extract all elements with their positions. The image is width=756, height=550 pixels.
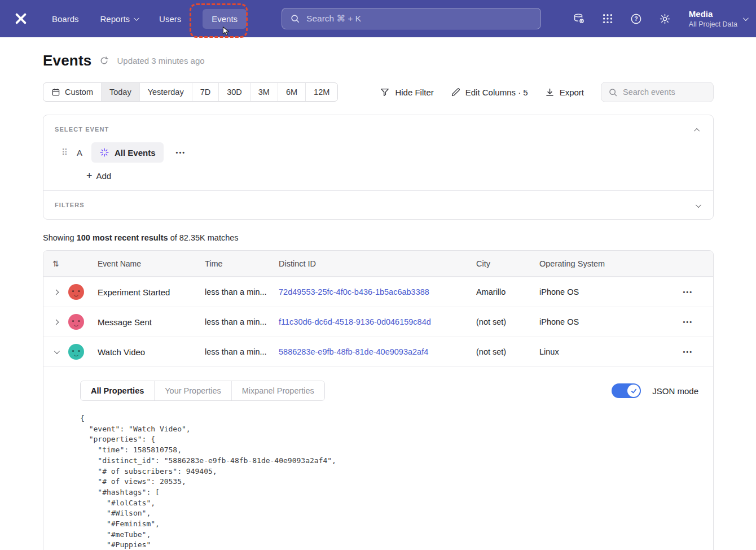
properties-tabs: All Properties Your Properties Mixpanel …	[80, 381, 325, 401]
date-range-6m[interactable]: 6M	[278, 83, 305, 101]
add-event-button[interactable]: + Add	[86, 171, 111, 181]
date-range-12m[interactable]: 12M	[305, 83, 337, 101]
help-icon[interactable]: ?	[630, 13, 642, 25]
column-header-distinct-id: Distinct ID	[279, 259, 476, 268]
event-selector-chip[interactable]: All Events	[91, 142, 164, 163]
chevron-right-icon[interactable]	[53, 289, 59, 295]
column-header-event-name: Event Name	[98, 259, 205, 268]
export-label: Export	[560, 88, 584, 97]
nav-item-users[interactable]: Users	[159, 14, 181, 24]
event-detail-panel: All Properties Your Properties Mixpanel …	[43, 366, 713, 550]
global-search[interactable]	[282, 8, 541, 29]
project-switcher[interactable]: Media All Project Data	[689, 8, 747, 29]
avatar	[68, 314, 84, 330]
distinct-id-link[interactable]: f11c30d6-dc6d-4518-9136-0d046159c84d	[279, 317, 431, 326]
calendar-icon	[51, 88, 60, 97]
results-prefix: Showing	[43, 233, 77, 242]
data-management-icon[interactable]	[573, 12, 585, 25]
chevron-up-icon	[694, 128, 700, 134]
date-range-custom[interactable]: Custom	[43, 83, 101, 101]
table-row[interactable]: Experiment Started less than a min... 72…	[43, 277, 713, 307]
cell-time: less than a min...	[205, 317, 279, 326]
refresh-icon[interactable]	[99, 56, 109, 66]
expand-filters-button[interactable]	[693, 199, 702, 211]
nav-right-cluster: ? Media All Project Data	[573, 8, 747, 29]
settings-gear-icon[interactable]	[659, 13, 671, 25]
tab-your-properties[interactable]: Your Properties	[154, 381, 231, 400]
table-row-expanded[interactable]: Watch Video less than a min... 5886283e-…	[43, 337, 713, 366]
global-search-input[interactable]	[306, 14, 533, 24]
collapse-section-button[interactable]	[693, 123, 702, 136]
nav-item-events[interactable]: Events	[203, 9, 247, 29]
json-mode-toggle[interactable]	[612, 383, 641, 398]
pencil-icon	[451, 88, 460, 97]
mixpanel-logo[interactable]	[14, 11, 28, 26]
search-events-input[interactable]	[623, 88, 706, 97]
cell-city: (not set)	[476, 317, 539, 326]
clause-more-button[interactable]: •••	[173, 147, 190, 158]
distinct-id-link[interactable]: 72d49553-25fc-4f0c-b436-1b5ac6ab3388	[279, 287, 429, 296]
search-events-box[interactable]	[601, 82, 714, 102]
apps-grid-icon[interactable]	[602, 13, 613, 24]
last-updated-text: Updated 3 minutes ago	[117, 56, 204, 66]
query-builder-card: SELECT EVENT ⠿ A	[43, 115, 714, 220]
plus-icon: +	[86, 171, 93, 181]
download-icon	[545, 88, 555, 97]
row-more-button[interactable]: •••	[679, 286, 696, 298]
chevron-down-icon[interactable]	[54, 348, 59, 354]
project-scope: All Project Data	[689, 20, 737, 29]
events-page: Events Updated 3 minutes ago Custom Toda…	[0, 37, 756, 550]
drag-handle-icon[interactable]: ⠿	[61, 147, 68, 158]
date-range-today[interactable]: Today	[101, 83, 139, 101]
event-clause-row: ⠿ A All Events •••	[55, 142, 702, 163]
results-summary: Showing 100 most recent results of 82.35…	[43, 233, 714, 242]
clause-letter: A	[77, 148, 82, 158]
nav-item-boards[interactable]: Boards	[52, 14, 79, 24]
events-table: ⇅ Event Name Time Distinct ID City Opera…	[43, 250, 714, 550]
tab-mixpanel-properties[interactable]: Mixpanel Properties	[231, 381, 324, 400]
row-more-button[interactable]: •••	[679, 346, 696, 357]
search-icon	[608, 88, 618, 97]
distinct-id-link[interactable]: 5886283e-e9fb-48fb-81de-40e9093a2af4	[279, 347, 428, 356]
row-more-button[interactable]: •••	[679, 316, 696, 328]
date-range-30d[interactable]: 30D	[218, 83, 250, 101]
nav-item-reports[interactable]: Reports	[100, 14, 138, 24]
toolbar-right: Hide Filter Edit Columns · 5 Export	[380, 82, 714, 102]
cell-os: iPhone OS	[539, 287, 652, 296]
results-count: 100 most recent results	[77, 233, 168, 242]
cell-event-name: Watch Video	[98, 347, 205, 357]
date-range-group: Custom Today Yesterday 7D 30D 3M 6M 12M	[43, 82, 338, 102]
table-header-row: ⇅ Event Name Time Distinct ID City Opera…	[43, 251, 713, 277]
event-sparkle-icon	[99, 147, 109, 158]
avatar	[68, 284, 84, 300]
column-header-os: Operating System	[539, 259, 652, 268]
toggle-knob	[627, 385, 640, 397]
date-range-yesterday[interactable]: Yesterday	[139, 83, 192, 101]
table-row[interactable]: Message Sent less than a min... f11c30d6…	[43, 307, 713, 337]
edit-columns-button[interactable]: Edit Columns · 5	[451, 88, 528, 97]
select-event-section: SELECT EVENT ⠿ A	[43, 115, 713, 190]
edit-columns-label: Edit Columns · 5	[465, 88, 528, 97]
date-range-7d[interactable]: 7D	[192, 83, 219, 101]
avatar	[68, 344, 84, 360]
tab-all-properties[interactable]: All Properties	[81, 381, 154, 400]
chevron-down-icon	[134, 15, 139, 21]
hide-filter-button[interactable]: Hide Filter	[380, 87, 433, 97]
column-header-city: City	[476, 259, 539, 268]
filters-title: FILTERS	[55, 202, 85, 208]
chevron-right-icon[interactable]	[53, 319, 59, 325]
add-event-label: Add	[96, 171, 112, 181]
filters-section: FILTERS	[43, 191, 713, 219]
date-range-3m[interactable]: 3M	[250, 83, 278, 101]
export-button[interactable]: Export	[545, 88, 584, 97]
page-title: Events	[43, 52, 91, 69]
project-name: Media	[689, 8, 737, 20]
search-icon	[290, 14, 300, 24]
chevron-down-icon	[696, 202, 701, 208]
sort-icon[interactable]: ⇅	[52, 259, 59, 268]
cell-os: iPhone OS	[539, 317, 652, 326]
hide-filter-label: Hide Filter	[395, 88, 433, 97]
cell-event-name: Message Sent	[98, 317, 205, 327]
json-viewer: { "event": "Watch Video", "properties": …	[80, 413, 700, 550]
page-header: Events Updated 3 minutes ago	[43, 52, 714, 69]
